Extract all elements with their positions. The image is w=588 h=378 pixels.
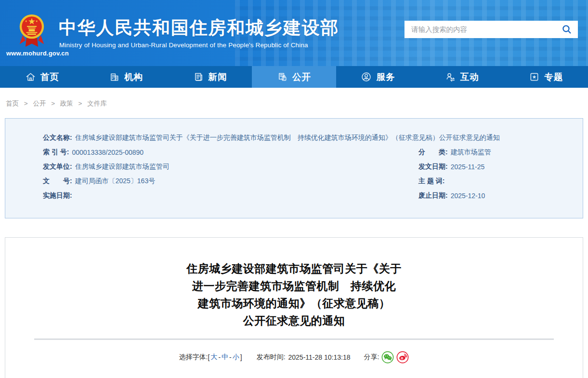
doc-issue-date-label: 发文日期: — [418, 162, 448, 171]
breadcrumb-home[interactable]: 首页 — [6, 100, 19, 107]
doc-index-row: 索 引 号: 000013338/2025-00890 — [43, 145, 418, 160]
breadcrumb-disclosure[interactable]: 公开 — [33, 100, 46, 107]
topics-star-icon — [529, 71, 540, 82]
font-select-dash: - — [218, 353, 221, 361]
interaction-icon — [445, 71, 456, 82]
font-size-small-button[interactable]: 小 — [233, 353, 239, 362]
nav-tab-label: 专题 — [544, 71, 563, 83]
doc-repeal-date-label: 废止日期: — [418, 191, 448, 200]
site-subtitle: Ministry of Housing and Urban-Rural Deve… — [59, 41, 308, 49]
nav-tab-home[interactable]: 首页 — [0, 66, 84, 88]
national-emblem-icon — [18, 13, 45, 49]
font-size-medium-button[interactable]: 中 — [222, 353, 228, 362]
nav-tab-interaction[interactable]: 互动 — [420, 66, 504, 88]
title-divider — [34, 338, 554, 340]
font-size-selector: 选择字体: [ 大 - 中 - 小 ] — [179, 353, 242, 362]
publish-time-label: 发布时间: — [257, 353, 286, 362]
doc-subject-row: 主 题 词: — [418, 174, 549, 189]
nav-tab-topics[interactable]: 专题 — [504, 66, 588, 88]
doc-subject-label: 主 题 词: — [418, 177, 444, 186]
site-title: 中华人民共和国住房和城乡建设部 — [59, 16, 339, 40]
font-select-bracket: [ — [208, 353, 210, 361]
doc-issue-date-row: 发文日期: 2025-11-25 — [418, 160, 549, 174]
nav-tab-organization[interactable]: 机构 — [84, 66, 168, 88]
document-info-panel: 公文名称: 住房城乡建设部建筑市场监管司关于《关于进一步完善建筑市场监管机制 持… — [5, 118, 583, 218]
publish-time: 发布时间: 2025-11-28 10:13:18 — [257, 353, 351, 362]
breadcrumb: 首页 > 公开 > 政策 > 文件库 — [0, 88, 588, 118]
nav-tab-label: 首页 — [40, 71, 59, 83]
search-box — [405, 21, 578, 38]
service-person-icon — [361, 71, 372, 82]
search-icon — [562, 24, 572, 35]
doc-category-value: 建筑市场监管 — [451, 148, 491, 157]
doc-number-label: 文 号: — [43, 177, 72, 186]
doc-effective-date-label: 实施日期: — [43, 191, 72, 200]
share-group: 分享: — [364, 351, 409, 364]
doc-category-label: 分 类: — [418, 148, 448, 157]
nav-tab-label: 服务 — [376, 71, 395, 83]
weibo-share-button[interactable] — [396, 351, 409, 364]
doc-repeal-date-row: 废止日期: 2025-12-10 — [418, 189, 549, 203]
doc-index-value: 000013338/2025-00890 — [72, 148, 144, 156]
nav-tab-label: 机构 — [124, 71, 143, 83]
share-label: 分享: — [364, 353, 379, 362]
doc-name-label: 公文名称: — [43, 134, 72, 142]
wechat-share-button[interactable] — [381, 351, 394, 364]
doc-repeal-date-value: 2025-12-10 — [451, 192, 485, 200]
article-panel: 住房城乡建设部建筑市场监管司关于《关于 进一步完善建筑市场监管机制 持续优化 建… — [5, 237, 583, 378]
font-select-dash: - — [229, 353, 232, 361]
font-size-large-button[interactable]: 大 — [210, 353, 217, 362]
weibo-share-icon — [396, 351, 409, 364]
home-icon — [25, 71, 36, 82]
nav-tab-news[interactable]: 新闻 — [168, 66, 252, 88]
nav-tab-label: 公开 — [292, 71, 311, 83]
article-title: 住房城乡建设部建筑市场监管司关于《关于 进一步完善建筑市场监管机制 持续优化 建… — [5, 260, 583, 329]
breadcrumb-separator: > — [24, 100, 28, 107]
site-url: www.mohurd.gov.cn — [6, 50, 69, 57]
doc-name-row: 公文名称: 住房城乡建设部建筑市场监管司关于《关于进一步完善建筑市场监管机制 持… — [43, 131, 549, 145]
building-icon — [109, 71, 120, 82]
doc-issuer-value: 住房城乡建设部建筑市场监管司 — [75, 162, 170, 171]
breadcrumb-document-library[interactable]: 文件库 — [87, 100, 107, 107]
disclosure-lock-icon — [277, 71, 288, 82]
font-select-label: 选择字体: — [179, 353, 208, 362]
search-input[interactable] — [411, 26, 561, 33]
doc-number-row: 文 号: 建司局函市〔2025〕163号 — [43, 174, 418, 189]
main-nav: 首页 机构 新闻 公开 服务 互 — [0, 66, 588, 88]
breadcrumb-policy[interactable]: 政策 — [60, 100, 73, 107]
search-button[interactable] — [561, 23, 573, 36]
breadcrumb-separator: > — [78, 100, 82, 107]
nav-tab-disclosure[interactable]: 公开 — [252, 66, 336, 88]
news-icon — [193, 71, 204, 82]
doc-effective-date-row: 实施日期: — [43, 189, 418, 203]
doc-issue-date-value: 2025-11-25 — [451, 163, 485, 171]
doc-category-row: 分 类: 建筑市场监管 — [418, 145, 549, 160]
nav-tab-services[interactable]: 服务 — [336, 66, 420, 88]
doc-name-value: 住房城乡建设部建筑市场监管司关于《关于进一步完善建筑市场监管机制 持续优化建筑市… — [75, 134, 500, 142]
doc-index-label: 索 引 号: — [43, 148, 69, 157]
article-meta-row: 选择字体: [ 大 - 中 - 小 ] 发布时间: 2025-11-28 10:… — [5, 351, 583, 364]
doc-issuer-label: 发文单位: — [43, 162, 72, 171]
doc-issuer-row: 发文单位: 住房城乡建设部建筑市场监管司 — [43, 160, 418, 174]
nav-tab-label: 新闻 — [209, 71, 227, 83]
doc-number-value: 建司局函市〔2025〕163号 — [75, 177, 156, 186]
wechat-share-icon — [381, 351, 394, 364]
breadcrumb-separator: > — [51, 100, 55, 107]
site-header: 中华人民共和国住房和城乡建设部 Ministry of Housing and … — [0, 0, 588, 66]
font-select-bracket: ] — [240, 353, 242, 361]
publish-time-value: 2025-11-28 10:13:18 — [288, 353, 351, 361]
nav-tab-label: 互动 — [460, 71, 479, 83]
